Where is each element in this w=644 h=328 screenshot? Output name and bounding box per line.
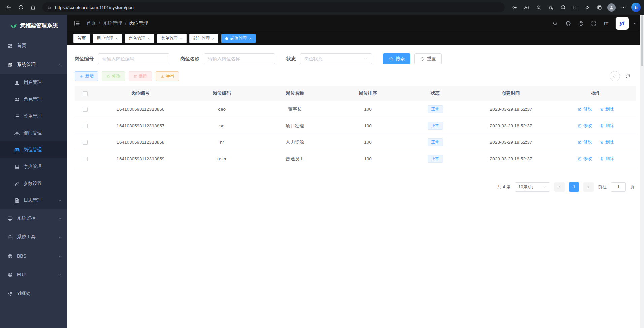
row-delete-link[interactable]: 删除 xyxy=(600,139,614,145)
row-edit-link[interactable]: 修改 xyxy=(578,139,592,145)
sidebar-item-department-management[interactable]: 部门管理 xyxy=(0,125,67,141)
post-name-filter: 岗位名称 xyxy=(180,53,275,64)
sidebar-item-log-management[interactable]: 日志管理 xyxy=(0,192,67,209)
edit-button[interactable]: 修改 xyxy=(102,71,125,81)
sidebar-item-erp[interactable]: ERP xyxy=(0,265,67,284)
add-button[interactable]: 新增 xyxy=(75,71,98,81)
browser-refresh-button[interactable] xyxy=(15,2,26,13)
tab-menu-management[interactable]: 菜单管理 × xyxy=(157,34,187,43)
search-button[interactable]: 搜索 xyxy=(383,53,410,64)
tab-role-management[interactable]: 角色管理 × xyxy=(125,34,155,43)
select-all-checkbox[interactable] xyxy=(83,91,88,96)
toggle-search-button[interactable] xyxy=(610,71,620,81)
sidebar-item-yi-framework[interactable]: Yi框架 xyxy=(0,284,67,303)
user-avatar[interactable]: yi xyxy=(616,17,629,30)
tab-close-icon[interactable]: × xyxy=(212,36,215,41)
row-edit-link[interactable]: 修改 xyxy=(578,123,592,129)
browser-home-button[interactable] xyxy=(28,2,38,13)
password-manager-button[interactable] xyxy=(509,2,520,13)
tab-close-icon[interactable]: × xyxy=(115,36,118,41)
row-checkbox[interactable] xyxy=(83,140,88,145)
cell-post-code: hr xyxy=(185,134,259,151)
monitor-icon xyxy=(7,216,13,221)
post-code-input[interactable] xyxy=(98,53,169,64)
tab-close-icon[interactable]: × xyxy=(148,36,150,41)
reset-button[interactable]: 重置 xyxy=(414,53,442,64)
browser-back-button[interactable] xyxy=(3,2,14,13)
breadcrumb-system-management[interactable]: 系统管理 xyxy=(103,20,122,26)
tab-home[interactable]: 首页 xyxy=(73,34,90,43)
address-bar[interactable]: https://ccnetcore.com:1101/system/post xyxy=(42,2,505,12)
add-favorite-button[interactable] xyxy=(545,2,556,13)
trash-icon xyxy=(600,107,604,111)
prev-page-button[interactable] xyxy=(554,182,565,192)
table-row: 1641030593112313859 user 普通员工 100 正常 202… xyxy=(75,151,636,167)
sidebar-item-parameter-settings[interactable]: 参数设置 xyxy=(0,175,67,192)
split-screen-button[interactable] xyxy=(569,2,581,13)
read-aloud-icon xyxy=(524,5,530,10)
page-size-select[interactable]: 10条/页 xyxy=(515,182,550,192)
refresh-table-button[interactable] xyxy=(625,74,631,79)
github-button[interactable] xyxy=(565,21,571,26)
fullscreen-button[interactable] xyxy=(591,21,597,26)
scrollbar-thumb[interactable] xyxy=(641,15,643,66)
collections-button[interactable] xyxy=(594,2,605,13)
tab-department-management[interactable]: 部门管理 × xyxy=(189,34,219,43)
sidebar-item-label: 首页 xyxy=(17,43,26,49)
cell-post-sort: 100 xyxy=(331,151,404,167)
goto-page-input[interactable] xyxy=(611,182,626,192)
row-edit-link[interactable]: 修改 xyxy=(578,106,592,112)
row-edit-link[interactable]: 修改 xyxy=(578,156,592,162)
breadcrumb-home[interactable]: 首页 xyxy=(86,20,96,26)
row-delete-link[interactable]: 删除 xyxy=(600,106,614,112)
cell-post-code: se xyxy=(185,118,259,134)
delete-button[interactable]: 删除 xyxy=(129,71,152,81)
row-checkbox[interactable] xyxy=(83,124,88,128)
cell-created-time: 2023-03-29 18:52:37 xyxy=(466,118,556,134)
briefcase-icon xyxy=(7,234,13,240)
avatar-dropdown-caret-icon[interactable] xyxy=(632,21,638,26)
sidebar-item-user-management[interactable]: 用户管理 xyxy=(0,74,67,91)
row-checkbox[interactable] xyxy=(83,157,88,161)
export-button[interactable]: 导出 xyxy=(156,71,179,81)
app-title: 意框架管理系统 xyxy=(20,22,58,29)
bing-button[interactable]: b xyxy=(631,3,641,12)
favorites-button[interactable] xyxy=(581,2,593,13)
status-select[interactable]: 岗位状态 xyxy=(300,53,372,64)
sidebar-item-dictionary-management[interactable]: 字典管理 xyxy=(0,158,67,175)
page-scrollbar[interactable] xyxy=(640,15,644,328)
id-badge-icon xyxy=(14,147,20,153)
current-page-button[interactable]: 1 xyxy=(569,182,579,192)
row-checkbox[interactable] xyxy=(83,107,88,112)
sidebar-item-home[interactable]: 首页 xyxy=(0,36,67,55)
tab-post-management[interactable]: 岗位管理 × xyxy=(221,34,256,43)
sidebar-item-system-tools[interactable]: 系统工具 xyxy=(0,228,67,247)
browser-profile-button[interactable] xyxy=(606,2,617,13)
tab-close-icon[interactable]: × xyxy=(249,36,251,41)
sidebar-collapse-icon[interactable] xyxy=(73,20,81,27)
zoom-button[interactable] xyxy=(533,2,544,13)
row-delete-link[interactable]: 删除 xyxy=(600,123,614,129)
sidebar-item-bbs[interactable]: BBS xyxy=(0,247,67,265)
sidebar-item-system-management[interactable]: 系统管理 xyxy=(0,55,67,74)
help-button[interactable] xyxy=(578,21,584,26)
post-name-input[interactable] xyxy=(204,53,275,64)
browser-menu-button[interactable] xyxy=(618,2,629,13)
sidebar-item-label: 岗位管理 xyxy=(24,147,42,153)
row-delete-link[interactable]: 删除 xyxy=(600,156,614,162)
header-search-button[interactable] xyxy=(552,21,558,26)
cell-created-time: 2023-03-29 18:52:37 xyxy=(466,134,556,151)
next-page-button[interactable] xyxy=(583,182,594,192)
font-size-button[interactable]: tT xyxy=(604,21,609,26)
tab-user-management[interactable]: 用户管理 × xyxy=(93,34,122,43)
sidebar-item-role-management[interactable]: 角色管理 xyxy=(0,91,67,108)
org-tree-icon xyxy=(14,130,20,136)
read-aloud-button[interactable] xyxy=(521,2,532,13)
sidebar-item-menu-management[interactable]: 菜单管理 xyxy=(0,108,67,125)
extensions-button[interactable] xyxy=(557,2,569,13)
book-icon xyxy=(14,164,20,170)
chevron-down-icon xyxy=(58,235,62,239)
sidebar-item-post-management[interactable]: 岗位管理 xyxy=(0,141,67,158)
sidebar-item-system-monitoring[interactable]: 系统监控 xyxy=(0,209,67,228)
tab-close-icon[interactable]: × xyxy=(180,36,182,41)
